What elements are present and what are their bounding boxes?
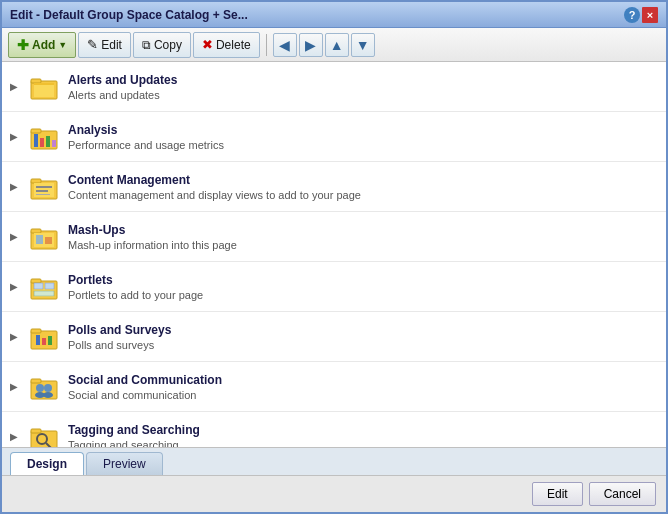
list-item[interactable]: ▶ Polls and Surveys Polls and surveys (2, 312, 666, 362)
tab-design[interactable]: Design (10, 452, 84, 475)
expand-arrow-icon: ▶ (10, 281, 24, 292)
svg-rect-31 (48, 336, 52, 345)
item-icon (28, 71, 60, 103)
item-desc: Social and communication (68, 389, 658, 401)
svg-rect-2 (34, 83, 54, 97)
svg-rect-14 (36, 190, 48, 192)
list-item[interactable]: ▶ Analysis Performance and usage metrics (2, 112, 666, 162)
item-text: Tagging and Searching Tagging and search… (68, 423, 658, 448)
tab-preview-label: Preview (103, 457, 146, 471)
svg-rect-13 (36, 186, 52, 188)
delete-button[interactable]: ✖ Delete (193, 32, 260, 58)
list-item[interactable]: ▶ Mash-Ups Mash-up information into this… (2, 212, 666, 262)
item-desc: Mash-up information into this page (68, 239, 658, 251)
item-title: Analysis (68, 123, 658, 137)
arrow-left-icon (279, 37, 290, 53)
tabs-bar: Design Preview (2, 447, 666, 475)
svg-rect-33 (31, 379, 41, 383)
item-desc: Performance and usage metrics (68, 139, 658, 151)
list-item[interactable]: ▶ Content Management Content management … (2, 162, 666, 212)
expand-arrow-icon: ▶ (10, 331, 24, 342)
item-icon (28, 121, 60, 153)
item-title: Tagging and Searching (68, 423, 658, 437)
svg-rect-22 (31, 279, 41, 283)
title-controls: ? × (624, 7, 658, 23)
item-text: Content Management Content management an… (68, 173, 658, 201)
nav-down-button[interactable] (351, 33, 375, 57)
item-icon (28, 171, 60, 203)
pencil-icon: ✎ (87, 37, 98, 52)
svg-rect-19 (36, 235, 43, 244)
item-text: Mash-Ups Mash-up information into this p… (68, 223, 658, 251)
svg-point-34 (36, 384, 44, 392)
arrow-down-icon (356, 37, 370, 53)
nav-back-button[interactable] (273, 33, 297, 57)
svg-rect-5 (31, 129, 41, 133)
item-desc: Tagging and searching (68, 439, 658, 448)
svg-rect-17 (31, 229, 41, 233)
item-title: Social and Communication (68, 373, 658, 387)
delete-label: Delete (216, 38, 251, 52)
plus-icon: ✚ (17, 37, 29, 53)
items-list: ▶ Alerts and Updates Alerts and updates (2, 62, 666, 447)
list-item[interactable]: ▶ Tagging and Searching Tagging and sear… (2, 412, 666, 447)
expand-arrow-icon: ▶ (10, 131, 24, 142)
expand-arrow-icon: ▶ (10, 81, 24, 92)
list-item[interactable]: ▶ Portlets Portlets to add to your page (2, 262, 666, 312)
svg-rect-25 (45, 283, 54, 289)
item-icon (28, 321, 60, 353)
svg-rect-29 (36, 335, 40, 345)
item-text: Analysis Performance and usage metrics (68, 123, 658, 151)
svg-rect-6 (34, 134, 38, 147)
item-icon (28, 221, 60, 253)
toolbar-separator (266, 34, 267, 56)
window-title: Edit - Default Group Space Catalog + Se.… (10, 8, 248, 22)
edit-button[interactable]: ✎ Edit (78, 32, 131, 58)
item-desc: Content management and display views to … (68, 189, 658, 201)
svg-rect-3 (34, 83, 54, 85)
svg-rect-15 (36, 194, 50, 195)
item-desc: Portlets to add to your page (68, 289, 658, 301)
tab-preview[interactable]: Preview (86, 452, 163, 475)
svg-rect-26 (34, 291, 54, 296)
arrow-up-icon (330, 37, 344, 53)
footer-edit-button[interactable]: Edit (532, 482, 583, 506)
item-title: Polls and Surveys (68, 323, 658, 337)
expand-arrow-icon: ▶ (10, 181, 24, 192)
svg-rect-24 (34, 283, 43, 289)
item-text: Polls and Surveys Polls and surveys (68, 323, 658, 351)
toolbar: ✚ Add ▼ ✎ Edit ⧉ Copy ✖ Delete (2, 28, 666, 62)
item-text: Alerts and Updates Alerts and updates (68, 73, 658, 101)
nav-forward-button[interactable] (299, 33, 323, 57)
content-area: ▶ Alerts and Updates Alerts and updates (2, 62, 666, 475)
arrow-right-icon (305, 37, 316, 53)
item-desc: Alerts and updates (68, 89, 658, 101)
title-bar: Edit - Default Group Space Catalog + Se.… (2, 2, 666, 28)
svg-rect-30 (42, 338, 46, 345)
nav-up-button[interactable] (325, 33, 349, 57)
svg-point-37 (43, 392, 53, 398)
add-button[interactable]: ✚ Add ▼ (8, 32, 76, 58)
item-title: Mash-Ups (68, 223, 658, 237)
copy-button[interactable]: ⧉ Copy (133, 32, 191, 58)
list-item[interactable]: ▶ Social and Communication Social and co… (2, 362, 666, 412)
bottom-bar: Edit Cancel (2, 475, 666, 512)
copy-label: Copy (154, 38, 182, 52)
expand-arrow-icon: ▶ (10, 381, 24, 392)
item-icon (28, 271, 60, 303)
copy-icon: ⧉ (142, 38, 151, 52)
list-item[interactable]: ▶ Alerts and Updates Alerts and updates (2, 62, 666, 112)
svg-rect-1 (31, 79, 41, 83)
footer-cancel-label: Cancel (604, 487, 641, 501)
item-text: Social and Communication Social and comm… (68, 373, 658, 401)
close-icon: × (647, 9, 653, 21)
close-button[interactable]: × (642, 7, 658, 23)
svg-rect-9 (52, 140, 56, 147)
tab-design-label: Design (27, 457, 67, 471)
delete-icon: ✖ (202, 37, 213, 52)
svg-rect-7 (40, 138, 44, 147)
item-title: Alerts and Updates (68, 73, 658, 87)
footer-cancel-button[interactable]: Cancel (589, 482, 656, 506)
help-button[interactable]: ? (624, 7, 640, 23)
add-dropdown-icon: ▼ (58, 40, 67, 50)
